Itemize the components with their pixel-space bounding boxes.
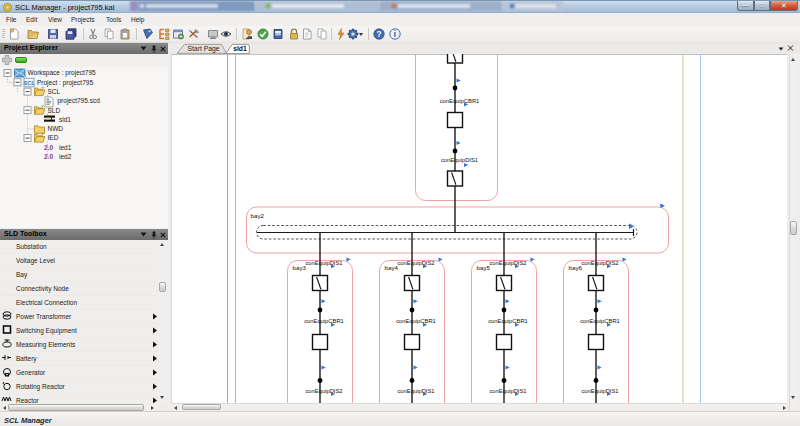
svg-text:Substation: Substation [16,243,47,250]
svg-text:Bay: Bay [16,271,28,279]
svg-text:project795.scd: project795.scd [58,97,101,105]
svg-text:conEquipDIS1: conEquipDIS1 [581,388,618,394]
svg-text:conEquipCBR1: conEquipCBR1 [396,318,436,324]
svg-text:bay6: bay6 [569,264,583,271]
svg-text:conEquipDIS2: conEquipDIS2 [305,388,342,394]
svg-text:conEquipCBR1: conEquipCBR1 [304,318,344,324]
svg-text:conEquipDIS1: conEquipDIS1 [441,157,478,163]
svg-text:ied2: ied2 [59,153,72,160]
svg-text:IED: IED [48,134,59,141]
svg-text:Measuring Elements: Measuring Elements [16,341,76,349]
svg-text:conEquipDIS2: conEquipDIS2 [489,260,526,266]
svg-text:conEquipCBR1: conEquipCBR1 [488,318,528,324]
svg-text:i: i [394,29,396,39]
svg-text:sld1: sld1 [233,45,247,52]
svg-text:sld1: sld1 [59,116,71,123]
svg-text:SCL: SCL [24,80,36,86]
svg-text:bay2: bay2 [251,212,265,219]
svg-text:conEquipDIS2: conEquipDIS2 [581,260,618,266]
svg-text:conEquipDIS2: conEquipDIS2 [397,260,434,266]
svg-text:conEquipCBR1: conEquipCBR1 [580,318,620,324]
svg-text:Generator: Generator [16,369,46,376]
svg-text:Connectivity Node: Connectivity Node [16,285,69,293]
svg-text:2.0: 2.0 [44,153,53,160]
svg-text:Workspace : project795: Workspace : project795 [28,69,97,77]
svg-text:conEquipCBR1: conEquipCBR1 [440,98,480,104]
svg-text:Voltage Level: Voltage Level [16,257,56,265]
svg-text:conEquipDIS1: conEquipDIS1 [305,260,342,266]
svg-text:2.0: 2.0 [44,144,53,151]
svg-text:Electrical Connection: Electrical Connection [16,299,77,306]
svg-text:bay4: bay4 [385,264,399,271]
svg-text:Battery: Battery [16,355,37,363]
svg-text:conEquipDIS1: conEquipDIS1 [489,388,526,394]
svg-text:Reactor: Reactor [16,397,40,403]
svg-text:bay3: bay3 [293,264,307,271]
svg-text:Power Transformer: Power Transformer [16,313,72,320]
svg-text:Project : project795: Project : project795 [37,79,93,87]
svg-text:Rotating Reactor: Rotating Reactor [16,383,66,391]
svg-text:?: ? [376,29,381,39]
svg-text:SCL: SCL [48,88,61,95]
svg-text:ied1: ied1 [59,144,72,151]
svg-text:SLD: SLD [48,107,61,114]
svg-text:conEquipDIS1: conEquipDIS1 [397,388,434,394]
svg-text:Start Page: Start Page [187,45,219,53]
svg-text:NWD: NWD [48,125,64,132]
svg-text:bay5: bay5 [477,264,491,271]
svg-text:Switching Equipment: Switching Equipment [16,327,77,335]
